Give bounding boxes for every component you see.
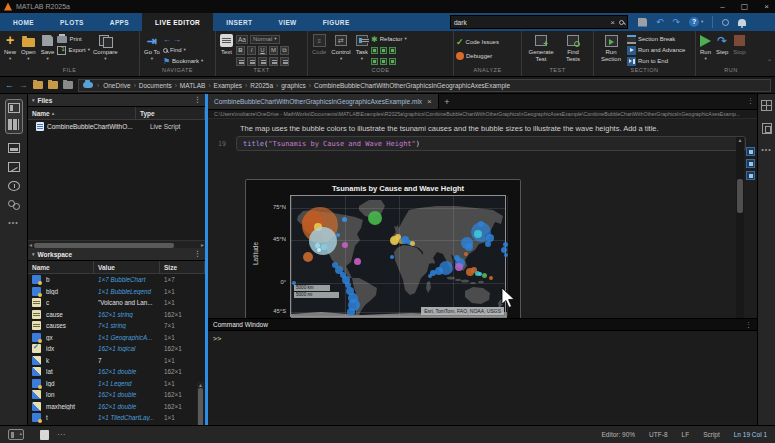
editor-tab[interactable]: CombineBubbleChartWithOtherGraphicsInGeo…: [208, 94, 439, 109]
generate-test-button[interactable]: Generate Test: [524, 33, 558, 62]
output-inline-icon[interactable]: [746, 147, 755, 156]
ribbon-tab-plots[interactable]: PLOTS: [47, 13, 97, 31]
font-icon[interactable]: Aa: [236, 35, 248, 44]
code-button[interactable]: ≡Code: [310, 33, 328, 56]
run-section-button[interactable]: Run Section: [596, 33, 626, 62]
code-tool-icon[interactable]: [389, 47, 396, 54]
code-tool-icon[interactable]: [389, 58, 396, 65]
code-tool-icon[interactable]: [371, 58, 378, 65]
close-button[interactable]: ×: [764, 0, 769, 13]
ribbon-tab-apps[interactable]: APPS: [97, 13, 142, 31]
forward-arrow-icon[interactable]: →: [173, 35, 181, 44]
print-button[interactable]: Print: [57, 34, 90, 44]
code-inline-button[interactable]: ⧉: [280, 46, 289, 55]
workspace-grid-icon[interactable]: [8, 119, 19, 130]
layout-grid-icon[interactable]: [761, 100, 772, 111]
status-file-type[interactable]: Script: [703, 431, 720, 438]
community-icon[interactable]: [722, 19, 729, 26]
files-col-name[interactable]: Name▴: [28, 107, 136, 119]
ribbon-tab-figure[interactable]: FIGURE: [310, 13, 363, 31]
code-line[interactable]: title("Tsunamis by Cause and Wave Height…: [236, 136, 746, 151]
panel-menu-icon[interactable]: ⋮: [745, 321, 752, 329]
back-arrow-icon[interactable]: ←: [5, 81, 14, 90]
files-horizontal-scrollbar[interactable]: ◂ ▸: [28, 240, 205, 248]
underline-button[interactable]: U: [258, 46, 267, 55]
file-row[interactable]: CombineBubbleChartWithO...Live Script: [28, 120, 205, 132]
panel-menu-icon[interactable]: ⋮: [194, 250, 201, 258]
workspace-row[interactable]: b1×7 BubbleChart1×7: [28, 274, 205, 286]
new-folder-icon[interactable]: [33, 81, 43, 89]
status-zoom[interactable]: Editor: 90%: [602, 431, 636, 438]
collapse-chevron-icon[interactable]: ▾: [32, 251, 35, 257]
ribbon-tab-live-editor[interactable]: LIVE EDITOR: [142, 13, 213, 31]
bookmark-button[interactable]: ⚑Bookmark▾: [163, 56, 203, 66]
panel-menu-icon[interactable]: ⋮: [194, 96, 201, 104]
align-left-icon[interactable]: [258, 57, 267, 66]
documentation-search-box[interactable]: dark ×: [450, 15, 628, 29]
italic-button[interactable]: I: [247, 46, 256, 55]
figure-output[interactable]: Tsunamis by Cause and Wave Height Latitu…: [245, 179, 521, 318]
run-and-advance-button[interactable]: Run and Advance: [627, 45, 685, 55]
find-button[interactable]: Find▾: [163, 45, 203, 55]
new-tab-button[interactable]: +: [439, 94, 455, 109]
geographic-axes[interactable]: 5000 km 5000 mi Esri, TomTom, FAO, NOAA,…: [290, 195, 506, 317]
workspace-row[interactable]: maxheight162×1 double162×1: [28, 401, 205, 413]
text-style-dropdown[interactable]: Normal▾: [250, 35, 280, 44]
refactor-button[interactable]: ✱Refactor▾: [371, 34, 407, 44]
monospace-button[interactable]: M: [269, 46, 278, 55]
save-button[interactable]: Save▾: [39, 33, 57, 61]
breadcrumb-item[interactable]: Examples: [214, 82, 243, 89]
breadcrumb-item[interactable]: MATLAB: [180, 82, 206, 89]
ribbon-tab-home[interactable]: HOME: [0, 13, 47, 31]
status-cursor-position[interactable]: Ln 19 Col 1: [734, 431, 767, 438]
up-one-level-icon[interactable]: [63, 81, 73, 89]
bold-button[interactable]: B: [236, 46, 245, 55]
forward-arrow-icon[interactable]: →: [19, 81, 28, 90]
breadcrumb-item[interactable]: CombineBubbleChartWithOtherGraphicsInGeo…: [314, 82, 510, 89]
back-arrow-icon[interactable]: ←: [163, 35, 171, 44]
workspace-col-name[interactable]: Name: [28, 261, 94, 273]
community-panel-icon[interactable]: [8, 200, 20, 210]
tab-bar-menu-icon[interactable]: ⋮: [747, 97, 754, 105]
goto-button[interactable]: ⇥Go To▾: [142, 33, 162, 61]
workspace-panel-header[interactable]: ▾ Workspace ⋮: [28, 248, 205, 261]
numbered-list-icon[interactable]: [247, 57, 256, 66]
open-recent-icon[interactable]: [48, 81, 58, 89]
document-paragraph[interactable]: The map uses the bubble colors to illust…: [240, 124, 720, 133]
align-right-icon[interactable]: [280, 57, 289, 66]
ribbon-tab-view[interactable]: VIEW: [265, 13, 309, 31]
workspace-row[interactable]: k71×1: [28, 355, 205, 367]
workspace-row[interactable]: cause162×1 string162×1: [28, 309, 205, 321]
notifications-bell-icon[interactable]: [738, 19, 746, 26]
maximize-button[interactable]: ▢: [741, 0, 749, 13]
properties-panel-icon[interactable]: [762, 123, 772, 134]
breadcrumb-item[interactable]: OneDrive: [103, 82, 130, 89]
command-window-header[interactable]: Command Window ⋮: [208, 318, 757, 331]
status-more-icon[interactable]: ⋯: [57, 430, 66, 439]
breadcrumb-item[interactable]: graphics: [281, 82, 306, 89]
help-icon[interactable]: ?: [689, 17, 699, 27]
export-button[interactable]: Export▾: [57, 45, 90, 55]
editor-vertical-scrollbar[interactable]: ▲ ▼: [736, 137, 744, 318]
status-eol[interactable]: LF: [682, 431, 690, 438]
undo-icon[interactable]: ↶: [656, 17, 664, 27]
collapse-ribbon-icon[interactable]: ⌃: [767, 58, 772, 65]
run-to-end-button[interactable]: Run to End: [627, 56, 685, 66]
more-panels-icon[interactable]: •••: [8, 219, 18, 226]
scroll-left-icon[interactable]: ◂: [29, 241, 32, 249]
breadcrumb-item[interactable]: Documents: [139, 82, 172, 89]
live-script-document[interactable]: The map uses the bubble colors to illust…: [208, 119, 757, 318]
bulleted-list-icon[interactable]: [236, 57, 245, 66]
more-panels-icon[interactable]: •••: [761, 146, 771, 153]
breadcrumb[interactable]: › OneDrive›Documents›MATLAB›Examples›R20…: [78, 79, 771, 92]
debugger-button[interactable]: Debugger: [456, 51, 499, 61]
search-icon[interactable]: [619, 20, 624, 25]
files-panel-header[interactable]: ▾ Files ⋮: [28, 94, 205, 107]
scrollbar-thumb[interactable]: [34, 243, 174, 248]
minimize-button[interactable]: –: [720, 0, 724, 13]
output-export-icon[interactable]: [746, 171, 755, 180]
workspace-row[interactable]: blgd1×1 BubbleLegend1×1: [28, 286, 205, 298]
close-tab-icon[interactable]: ×: [427, 97, 432, 106]
code-tool-icon[interactable]: [371, 47, 378, 54]
code-tool-icon[interactable]: [380, 47, 387, 54]
